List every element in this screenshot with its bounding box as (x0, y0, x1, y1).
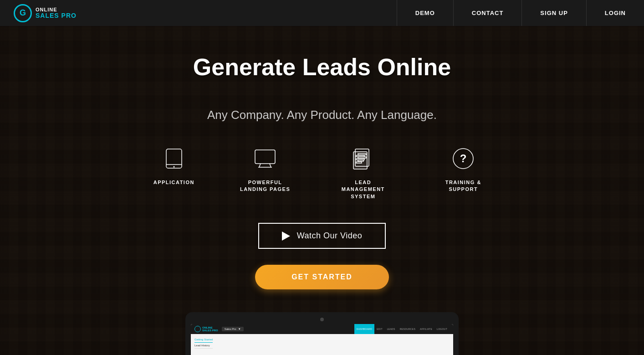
landing-pages-icon (251, 145, 279, 172)
feature-landing-pages: POWERFULLANDING PAGES (240, 145, 290, 200)
laptop-screen: ONLINESALES PRO Sales Pro ▼ DASHBOARD ED… (191, 324, 453, 355)
training-label: TRAINING & SUPPORT (436, 179, 491, 193)
mini-sidebar: Getting Started Lead History (194, 337, 213, 355)
hero-section: Generate Leads Online Any Company. Any P… (0, 26, 644, 355)
feature-training: ? TRAINING & SUPPORT (436, 145, 491, 200)
mini-nav-leads: LEADS (385, 324, 398, 334)
feature-application: APPLICATION (153, 145, 194, 200)
play-icon (282, 232, 290, 241)
application-icon (160, 145, 188, 172)
laptop-camera (320, 318, 324, 321)
mini-logo: ONLINESALES PRO (194, 326, 218, 332)
hero-content: Generate Leads Online Any Company. Any P… (0, 26, 644, 355)
logo-salespro: SALES PRO (36, 12, 77, 19)
nav-signup[interactable]: SIGN UP (521, 0, 586, 26)
mini-dashboard: ONLINESALES PRO Sales Pro ▼ DASHBOARD ED… (191, 324, 453, 355)
navbar: ONLINE SALES PRO DEMO CONTACT SIGN UP LO… (0, 0, 644, 26)
laptop-outer: ONLINESALES PRO Sales Pro ▼ DASHBOARD ED… (185, 312, 459, 355)
svg-point-2 (173, 166, 174, 168)
mini-logo-text: ONLINESALES PRO (202, 326, 218, 332)
logo-text: ONLINE SALES PRO (36, 7, 77, 19)
svg-text:?: ? (460, 152, 467, 165)
svg-rect-3 (255, 150, 275, 164)
mini-nav-dashboard: DASHBOARD (354, 324, 374, 334)
nav-login[interactable]: LOGIN (586, 0, 644, 26)
mini-sidebar-getting-started: Getting Started (194, 337, 213, 343)
mini-nav: DASHBOARD EDIT LEADS RESOURCES AFFILIATE… (354, 324, 450, 334)
svg-rect-11 (353, 152, 367, 169)
training-icon: ? (450, 145, 477, 172)
mini-topbar: ONLINESALES PRO Sales Pro ▼ DASHBOARD ED… (191, 324, 453, 334)
mini-nav-edit: EDIT (374, 324, 385, 334)
mini-nav-affiliate: AFFILIATE (418, 324, 434, 334)
mini-dropdown-arrow: ▼ (238, 328, 241, 330)
nav-demo[interactable]: DEMO (397, 0, 453, 26)
mini-nav-logout: LOGOUT (434, 324, 450, 334)
video-button-label: Watch Our Video (297, 231, 363, 241)
mini-body: Getting Started Lead History (191, 334, 453, 355)
svg-line-4 (259, 164, 261, 167)
nav-menu: DEMO CONTACT SIGN UP LOGIN (397, 0, 644, 26)
lead-management-icon (349, 145, 377, 172)
feature-lead-management: LEAD MANAGEMENTSYSTEM (336, 145, 390, 200)
landing-pages-label: POWERFULLANDING PAGES (240, 179, 290, 193)
get-started-button[interactable]: GET STARTED (255, 265, 389, 289)
features-row: APPLICATION POWERFULLANDING PAGES (153, 145, 491, 200)
watch-video-button[interactable]: Watch Our Video (258, 223, 386, 249)
mini-sidebar-lead-history: Lead History (194, 343, 213, 349)
laptop-mockup: ONLINESALES PRO Sales Pro ▼ DASHBOARD ED… (185, 312, 459, 355)
lead-management-label: LEAD MANAGEMENTSYSTEM (336, 179, 390, 200)
navbar-logo[interactable]: ONLINE SALES PRO (0, 4, 397, 22)
nav-contact[interactable]: CONTACT (453, 0, 522, 26)
mini-dropdown: Sales Pro ▼ (222, 327, 244, 331)
mini-dropdown-label: Sales Pro (225, 328, 236, 330)
hero-subtitle: Any Company. Any Product. Any Language. (207, 108, 437, 122)
svg-line-5 (270, 164, 271, 167)
mini-nav-resources: RESOURCES (398, 324, 418, 334)
mini-logo-circle (194, 326, 201, 332)
application-label: APPLICATION (153, 179, 194, 186)
svg-rect-0 (166, 149, 182, 168)
logo-circle-icon (14, 4, 32, 22)
hero-title: Generate Leads Online (193, 53, 451, 81)
